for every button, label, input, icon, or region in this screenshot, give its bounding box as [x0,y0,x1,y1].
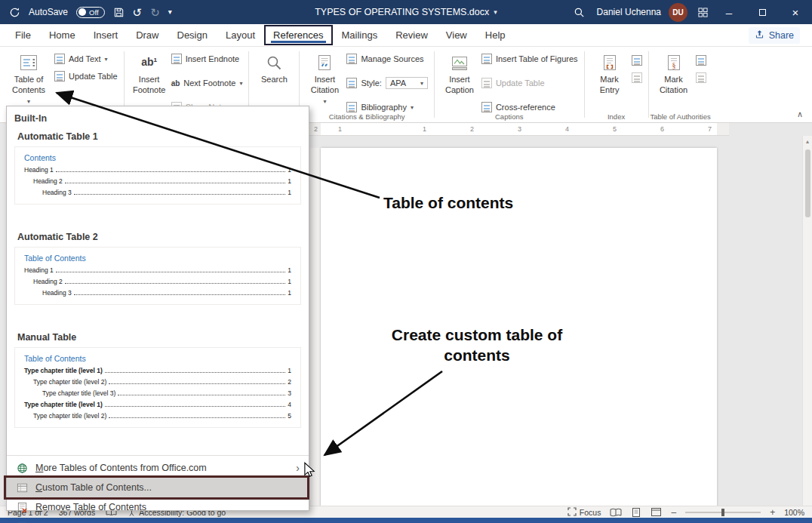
tab-view[interactable]: View [437,25,476,45]
mark-citation-label: Mark Citation [655,75,693,96]
zoom-slider-thumb[interactable] [721,509,724,516]
avatar[interactable]: DU [669,3,687,22]
table-of-contents-button[interactable]: Table of Contents ▾ [5,49,53,106]
dot-leader [118,395,285,395]
save-button[interactable] [113,7,125,18]
menu-item-label: More Tables of Contents from Office.com [35,463,207,473]
close-button[interactable]: × [779,0,812,24]
tab-layout[interactable]: Layout [217,25,264,45]
customize-quick-access-icon[interactable]: ▾ [168,8,172,16]
manage-sources-button[interactable]: Manage Sources [346,54,428,64]
update-index-icon[interactable] [632,72,642,83]
chevron-down-icon: ▾ [323,98,326,106]
tab-insert[interactable]: Insert [85,25,128,45]
vertical-scrollbar[interactable]: ▴ [802,136,812,507]
mark-citation-button[interactable]: § Mark Citation [654,49,694,96]
search-label: Search [261,75,288,85]
toc-gallery-preview[interactable]: Table of ContentsType chapter title (lev… [14,347,301,428]
menu-item-more-tables-of-contents-from-office-com[interactable]: More Tables of Contents from Office.com› [7,458,309,478]
update-table-captions-button[interactable]: Update Table [481,78,578,88]
insert-caption-button[interactable]: Insert Caption [439,49,480,96]
cross-reference-button[interactable]: Cross-reference [481,102,578,112]
menu-item-save-selection-to-table-of-contents-gallery[interactable]: Save Selection to Table of Contents Gall… [7,517,309,523]
add-text-button[interactable]: Add Text ▾ [54,54,118,64]
document-page[interactable] [321,148,717,507]
ribbon-tabs-row: FileHomeInsertDrawDesignLayoutReferences… [0,24,812,47]
toc-preview-entry: Type chapter title (level 1)1 [24,367,291,374]
read-mode-button[interactable] [610,508,622,517]
insert-table-of-authorities-icon[interactable] [696,55,706,66]
autosave-toggle[interactable]: Off [76,7,105,18]
search-button[interactable]: Search [254,49,294,85]
mark-entry-button[interactable]: Mark Entry [589,49,630,96]
insert-footnote-button[interactable]: ab¹ Insert Footnote [129,49,170,96]
toc-entry-label: Heading 2 [33,177,63,185]
zoom-in-button[interactable]: + [770,507,775,518]
tab-help[interactable]: Help [476,25,515,45]
zoom-level[interactable]: 100% [784,508,804,517]
undo-button[interactable]: ↺ [133,7,143,18]
update-table-captions-label: Update Table [496,78,545,88]
share-icon [755,29,764,42]
tab-design[interactable]: Design [168,25,217,45]
ruler-number: 3 [518,125,521,133]
minimize-button[interactable]: – [712,0,746,24]
bibliography-button[interactable]: Bibliography ▾ [346,102,428,112]
collapse-ribbon-button[interactable]: ∧ [797,109,803,119]
toc-preview-entry: Type chapter title (level 2)2 [24,378,291,386]
redo-button[interactable]: ↻ [150,7,160,18]
add-text-icon [54,54,65,64]
insert-index-icon[interactable] [632,55,642,66]
toc-entry-label: Type chapter title (level 2) [33,378,106,386]
update-table-of-authorities-icon[interactable] [696,72,706,83]
menu-item-custom-table-of-contents[interactable]: Custom Table of Contents... [7,478,309,497]
tab-mailings[interactable]: Mailings [333,25,387,45]
search-icon[interactable] [574,7,585,18]
vertical-ruler[interactable] [310,148,320,507]
style-select[interactable]: APA ▾ [386,77,428,89]
user-name[interactable]: Daniel Uchenna [597,7,661,17]
tab-home[interactable]: Home [40,25,85,45]
scroll-up-icon[interactable]: ▴ [806,136,809,145]
toggle-knob-icon [78,8,86,16]
insert-caption-icon [451,53,469,72]
style-label: Style: [361,78,382,88]
web-layout-button[interactable] [651,507,662,517]
table-icon [16,482,28,494]
maximize-button[interactable] [746,0,779,24]
toc-entry-page: 1 [288,189,291,196]
focus-label: Focus [580,508,601,517]
toc-gallery-preview[interactable]: Table of ContentsHeading 11Heading 21Hea… [14,247,301,305]
insert-table-of-figures-label: Insert Table of Figures [496,54,578,63]
insert-citation-label: Insert Citation [306,75,343,96]
insert-citation-button[interactable]: Insert Citation ▾ [304,49,345,106]
insert-endnote-button[interactable]: Insert Endnote [171,54,243,64]
next-footnote-button[interactable]: ab Next Footnote ▾ [171,78,243,88]
menu-item-remove-table-of-contents[interactable]: Remove Table of Contents [7,497,309,517]
document-title[interactable]: TYPES OF OPERATING SYSTEMS.docx ▾ [315,7,497,17]
quick-access-toolbar: AutoSave Off ↺ ↻ ▾ [0,7,172,18]
update-table-button[interactable]: Update Table [54,71,118,82]
insert-table-of-figures-button[interactable]: Insert Table of Figures [481,54,578,64]
tab-references[interactable]: References [264,25,332,45]
horizontal-ruler[interactable]: 211234567 [309,123,729,136]
toc-gallery-automatic-table-2: Automatic Table 2Table of ContentsHeadin… [7,232,309,305]
table-of-contents-icon [19,53,38,72]
toc-preview-entry: Heading 21 [24,278,291,285]
tab-draw[interactable]: Draw [127,25,168,45]
focus-button[interactable]: Focus [567,507,601,518]
toc-gallery-preview[interactable]: ContentsHeading 11Heading 21Heading 31 [14,146,301,205]
zoom-slider[interactable] [685,512,761,513]
share-button[interactable]: Share [749,27,800,44]
print-layout-button[interactable] [631,507,641,518]
globe-icon [16,463,28,474]
tab-file[interactable]: File [6,25,40,45]
group-label-citations: Citations & Bibliography [300,112,434,121]
scrollbar-thumb[interactable] [805,149,810,217]
menu-divider [7,455,309,456]
tab-review[interactable]: Review [386,25,437,45]
toc-entry-label: Type chapter title (level 3) [42,389,115,397]
zoom-out-button[interactable]: – [671,507,676,518]
dot-leader [105,372,286,373]
apps-grid-icon[interactable] [698,8,708,17]
